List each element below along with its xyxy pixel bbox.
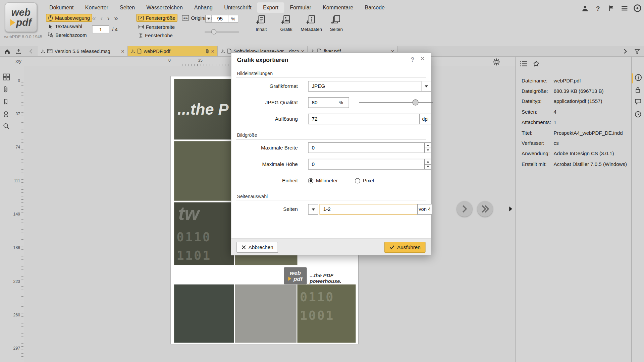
zoom-percent-button[interactable]: % <box>228 15 238 22</box>
help-button[interactable]: ? <box>593 3 603 13</box>
close-icon[interactable]: × <box>211 48 214 54</box>
spin-down-button[interactable] <box>425 164 431 169</box>
vertical-ruler: 0 37 74 111 149 186 223 260 297 <box>12 66 24 362</box>
panel-expand-button[interactable] <box>620 46 631 56</box>
one-to-one-icon: 1:1 <box>182 15 189 20</box>
radio-millimeter[interactable] <box>308 178 313 183</box>
fensterhoehe-button[interactable]: Fensterhöhe <box>137 32 175 39</box>
jpeg-qualitaet-slider[interactable] <box>359 99 433 106</box>
property-row: Anwendung:Adobe InDesign CS (3.0.1) <box>516 148 631 159</box>
abbrechen-button[interactable]: Abbrechen <box>236 242 278 253</box>
seiten-input[interactable] <box>320 204 417 214</box>
export-grafik-button[interactable]: Grafik <box>276 15 296 32</box>
bereichszoom-button[interactable]: Bereichszoom <box>46 31 92 39</box>
export-metadaten-button[interactable]: Metadaten <box>302 15 321 32</box>
ribbon-tab-anhang[interactable]: Anhang <box>189 2 218 13</box>
max-breite-input-group <box>308 142 431 153</box>
einheit-label: Einheit <box>236 178 298 183</box>
ribbon-tab-wasserzeichen[interactable]: Wasserzeichen <box>141 2 189 13</box>
portal-badge-button[interactable] <box>633 3 642 13</box>
page-slogan-text: ...the PDF powerhouse. <box>310 273 358 284</box>
zoom-slider[interactable] <box>205 29 239 35</box>
ribbon-tab-konverter[interactable]: Konverter <box>79 2 114 13</box>
ribbon-tab-unterschrift[interactable]: Unterschrift <box>218 2 257 13</box>
first-page-button[interactable]: « <box>92 15 96 22</box>
history-panel-button[interactable] <box>635 111 642 118</box>
page-image-tile <box>174 285 234 343</box>
max-breite-input[interactable] <box>309 143 424 153</box>
jpeg-qualitaet-input[interactable] <box>309 98 334 107</box>
report-flag-button[interactable] <box>606 3 616 13</box>
export-inhalt-button[interactable]: Inhalt <box>251 15 271 32</box>
ribbon-tab-formular[interactable]: Formular <box>284 2 317 13</box>
search-panel-button[interactable] <box>3 123 10 130</box>
open-upload-button[interactable] <box>13 46 24 56</box>
goto-next-page-overlay-button[interactable] <box>457 201 473 217</box>
tab-version-msg[interactable]: Version 5.6 released.msg × <box>38 46 128 56</box>
dialog-close-icon[interactable]: × <box>420 55 425 62</box>
previous-page-button[interactable]: ‹ <box>100 15 103 22</box>
grafikformat-select[interactable]: JPEG <box>308 81 431 92</box>
ausfuehren-button[interactable]: Ausführen <box>384 242 425 253</box>
properties-list-icon[interactable] <box>520 61 527 67</box>
ribbon-tab-kommentare[interactable]: Kommentare <box>317 2 359 13</box>
user-account-button[interactable] <box>580 3 590 13</box>
property-label: Dateityp: <box>516 99 554 104</box>
goto-last-page-overlay-button[interactable] <box>477 201 493 217</box>
ribbon-tab-dokument[interactable]: Dokument <box>44 2 79 13</box>
slider-knob[interactable] <box>412 99 418 105</box>
ribbon-tab-seiten[interactable]: Seiten <box>114 2 141 13</box>
logo-triangle-icon <box>10 19 15 26</box>
property-label: Titel: <box>516 130 554 136</box>
seiten-dropdown-button[interactable] <box>308 204 318 215</box>
zoom-input[interactable] <box>212 15 228 22</box>
next-page-button[interactable]: › <box>107 15 110 22</box>
radio-pixel-label[interactable]: Pixel <box>363 178 374 183</box>
aufloesung-input[interactable] <box>309 114 420 124</box>
export-content-icon <box>256 15 267 25</box>
ribbon-tab-export[interactable]: Export <box>257 2 284 13</box>
home-button[interactable] <box>2 46 12 56</box>
security-panel-button[interactable] <box>635 86 642 94</box>
page-number-input[interactable] <box>92 25 109 33</box>
radio-pixel[interactable] <box>355 178 361 183</box>
zoom-dropdown-button[interactable] <box>205 15 212 22</box>
panel-collapse-handle[interactable] <box>509 206 512 212</box>
view-settings-button[interactable] <box>493 58 500 66</box>
check-icon <box>389 245 395 249</box>
bookmarks-panel-button[interactable] <box>3 98 10 105</box>
grafikformat-dropdown-button[interactable] <box>421 81 431 91</box>
favorite-star-icon[interactable] <box>533 60 540 67</box>
filter-button[interactable] <box>632 46 642 56</box>
textauswahl-button[interactable]: Textauswahl <box>46 22 92 30</box>
comments-panel-button[interactable] <box>635 99 642 106</box>
radio-millimeter-label[interactable]: Millimeter <box>316 178 338 183</box>
dialog-help-icon[interactable]: ? <box>411 56 414 63</box>
page-image-tile: tw 0110 1101 <box>174 202 234 265</box>
chevron-left-icon <box>29 48 33 54</box>
export-metadaten-label: Metadaten <box>301 27 322 32</box>
fensterbreite-button[interactable]: Fensterbreite <box>137 23 177 31</box>
tab-scroll-left-button[interactable] <box>25 46 36 56</box>
last-page-button[interactable]: » <box>114 15 118 22</box>
spin-up-button[interactable] <box>425 159 431 164</box>
export-seiten-button[interactable]: Seiten <box>326 15 346 32</box>
info-icon <box>635 74 642 81</box>
tab-webpdf-pdf[interactable]: webPDF.pdf × <box>128 46 218 56</box>
attachments-panel-button[interactable] <box>3 86 10 93</box>
ribbon-tab-barcode[interactable]: Barcode <box>359 2 390 13</box>
spin-up-button[interactable] <box>425 143 431 147</box>
fenstergroesse-button[interactable]: Fenstergröße <box>137 14 177 22</box>
main-menu-button[interactable] <box>620 3 629 13</box>
signatures-panel-button[interactable] <box>3 110 10 117</box>
max-hoehe-spinner <box>424 159 431 169</box>
max-hoehe-input[interactable] <box>309 159 424 169</box>
info-panel-button[interactable] <box>635 74 642 81</box>
property-label: Seiten: <box>516 109 554 115</box>
zoom-slider-knob[interactable] <box>211 29 216 35</box>
mausbewegung-button[interactable]: Mausbewegung <box>46 14 92 22</box>
close-icon[interactable]: × <box>121 48 124 54</box>
spin-down-button[interactable] <box>425 147 431 153</box>
zoom-combo: % <box>205 15 238 22</box>
thumbnails-panel-button[interactable] <box>3 73 10 80</box>
